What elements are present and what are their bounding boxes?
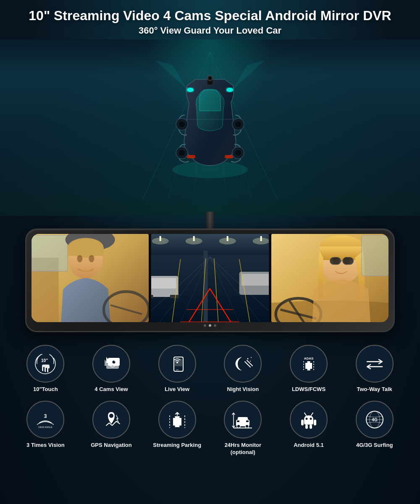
svg-point-103 (305, 369, 307, 370)
cams-icon-circle (92, 345, 130, 383)
gps-icon-circle (92, 401, 130, 438)
svg-rect-12 (225, 155, 233, 158)
feature-vision: 3 VIEW ANGLE 3 Times Vision (13, 401, 79, 456)
cam-divider-1 (150, 234, 150, 322)
svg-point-38 (152, 238, 169, 244)
svg-point-32 (89, 255, 94, 262)
svg-point-98 (251, 357, 252, 358)
main-title: 10" Streaming Video 4 Cams Special Andro… (17, 8, 403, 24)
vision-icon-circle: 3 VIEW ANGLE (26, 401, 64, 438)
svg-point-127 (305, 418, 307, 420)
svg-text:ADAS: ADAS (304, 357, 314, 360)
feature-surfing: 4G 4G/3G Surfing (341, 401, 407, 456)
live-icon-circle (158, 345, 196, 383)
feature-parking: Streaming Parking (144, 401, 210, 456)
svg-point-114 (179, 416, 182, 418)
surfing-label: 4G/3G Surfing (356, 442, 393, 449)
svg-point-113 (173, 416, 175, 418)
svg-point-15 (209, 77, 211, 79)
touch-icon-circle: 10" (26, 345, 64, 383)
svg-rect-77 (330, 257, 341, 265)
title-section: 10" Streaming Video 4 Cams Special Andro… (0, 0, 420, 39)
svg-rect-91 (175, 359, 182, 366)
feature-ldws: ADAS LDWS/FCWS (276, 345, 342, 393)
talk-label: Two-Way Talk (357, 386, 392, 393)
feature-monitor: 24Hrs Monitor (optional) (210, 401, 276, 456)
svg-point-104 (310, 369, 312, 370)
touch-label: 10"Touch (33, 386, 58, 393)
mirror-frame (25, 228, 395, 332)
svg-point-122 (245, 425, 249, 428)
svg-rect-131 (301, 420, 304, 425)
svg-rect-93 (176, 370, 178, 370)
svg-text:VIEW ANGLE: VIEW ANGLE (38, 426, 52, 428)
svg-rect-134 (310, 425, 312, 429)
svg-point-101 (305, 361, 307, 363)
android-label: Android 5.1 (294, 442, 324, 449)
parking-icon-circle (158, 401, 196, 438)
svg-rect-36 (151, 234, 268, 255)
talk-icon-circle (356, 345, 394, 383)
feature-talk: Two-Way Talk (341, 345, 407, 393)
svg-point-102 (310, 361, 312, 363)
svg-rect-56 (151, 295, 153, 298)
live-label: Live View (165, 386, 189, 393)
ldws-icon-circle: ADAS (290, 345, 328, 383)
feature-gps: GPS Navigation (79, 401, 144, 456)
feature-android: Android 5.1 (276, 401, 342, 456)
dot-1 (204, 324, 206, 327)
mirror-device (25, 212, 395, 332)
svg-rect-57 (170, 295, 178, 298)
svg-point-89 (114, 361, 115, 362)
parking-label: Streaming Parking (153, 442, 201, 449)
svg-point-31 (77, 255, 83, 262)
svg-rect-123 (237, 420, 239, 422)
cam-panel-left (32, 234, 149, 322)
ldws-label: LDWS/FCWS (292, 386, 326, 393)
svg-rect-112 (173, 416, 181, 427)
night-label: Night Vision (227, 386, 259, 393)
svg-rect-55 (151, 278, 176, 289)
cams-label: 4 Cams View (94, 386, 128, 393)
svg-point-9 (226, 88, 233, 92)
feature-night: Night Vision (210, 345, 276, 393)
svg-point-115 (173, 425, 175, 427)
feature-live: Live View (144, 345, 210, 393)
cam-divider-2 (270, 234, 270, 322)
svg-point-8 (187, 88, 194, 92)
svg-rect-124 (246, 420, 249, 422)
surfing-icon-circle: 4G (356, 401, 394, 438)
cam-panel-right (271, 234, 388, 322)
svg-point-42 (219, 238, 236, 244)
svg-point-121 (237, 425, 240, 428)
dot-3 (214, 324, 216, 327)
gps-label: GPS Navigation (91, 442, 132, 449)
features-grid-row1: 10" 10"Touch (13, 345, 407, 393)
features-section: 10" 10"Touch (0, 336, 420, 465)
svg-point-92 (176, 362, 178, 363)
vision-label: 3 Times Vision (26, 442, 65, 449)
svg-point-111 (109, 414, 113, 418)
features-grid-row2: 3 VIEW ANGLE 3 Times Vision (13, 401, 407, 456)
svg-rect-133 (305, 425, 308, 429)
dot-2 (209, 324, 211, 327)
svg-line-130 (311, 413, 313, 415)
svg-point-96 (247, 358, 249, 360)
monitor-icon-circle (224, 401, 262, 438)
svg-point-21 (178, 150, 185, 156)
svg-line-129 (304, 413, 306, 415)
svg-point-23 (235, 150, 242, 156)
car-image (134, 52, 286, 201)
svg-rect-30 (68, 248, 104, 256)
android-icon-circle (290, 401, 328, 438)
mirror-indicators (32, 324, 388, 327)
night-icon-circle (224, 345, 262, 383)
feature-cams: 4 Cams View (79, 345, 144, 393)
mirror-mount (206, 212, 214, 228)
svg-rect-132 (314, 420, 316, 425)
mirror-screen (32, 234, 388, 322)
svg-point-17 (178, 121, 185, 128)
svg-point-128 (310, 418, 312, 420)
svg-point-97 (250, 361, 251, 362)
cam-panel-center (151, 234, 268, 322)
